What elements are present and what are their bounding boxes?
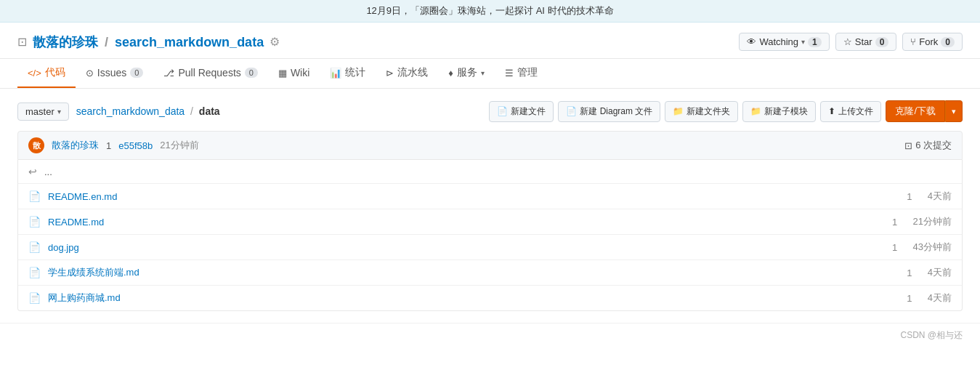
- tab-pulls[interactable]: ⎇ Pull Requests 0: [153, 60, 268, 87]
- new-file-icon: 📄: [497, 106, 508, 116]
- commit-count-label: 6 次提交: [915, 139, 952, 152]
- watching-count: 1: [808, 37, 822, 47]
- clone-dropdown-arrow: ▾: [952, 107, 956, 116]
- file-row: 📄 README.md 1 21分钟前: [18, 209, 962, 234]
- new-file-button[interactable]: 📄 新建文件: [489, 101, 554, 122]
- file-commit-4: 1: [899, 293, 920, 304]
- repo-header: ⊡ 散落的珍珠 / search_markdown_data ⚙ 👁 Watch…: [0, 23, 980, 59]
- commit-count-icon: ⊡: [904, 140, 912, 151]
- pulls-tab-icon: ⎇: [163, 68, 174, 79]
- star-button[interactable]: ☆ Star 0: [835, 33, 897, 51]
- services-arrow: ▾: [481, 69, 485, 77]
- watching-label: Watching: [759, 36, 798, 47]
- tab-services-label: 服务: [457, 66, 477, 79]
- file-row: 📄 dog.jpg 1 43分钟前: [18, 234, 962, 260]
- file-icon: 📄: [28, 241, 41, 253]
- tab-manage[interactable]: ☰ 管理: [495, 59, 548, 88]
- file-name-2[interactable]: dog.jpg: [48, 242, 877, 253]
- repo-settings-icon[interactable]: ⚙: [270, 35, 280, 49]
- new-file-label: 新建文件: [511, 105, 546, 118]
- manage-tab-icon: ☰: [505, 68, 514, 79]
- file-commit-3: 1: [899, 268, 920, 278]
- new-diagram-icon: 📄: [566, 106, 577, 116]
- commit-time: 21分钟前: [160, 139, 198, 152]
- file-row: 📄 网上购药商城.md 1 4天前: [18, 285, 962, 310]
- issues-tab-icon: ⊙: [86, 68, 94, 79]
- tab-issues[interactable]: ⊙ Issues 0: [76, 60, 154, 87]
- commit-count: ⊡ 6 次提交: [904, 139, 952, 152]
- file-row: 📄 学生成绩系统前端.md 1 4天前: [18, 260, 962, 285]
- file-commit-2: 1: [884, 242, 906, 253]
- watching-button[interactable]: 👁 Watching ▾ 1: [739, 33, 829, 51]
- commit-user[interactable]: 散落的珍珠: [52, 139, 99, 152]
- banner-text: 12月9日，「源圈会」珠海站，一起探讨 AI 时代的技术革命: [366, 5, 613, 16]
- file-icon: 📄: [28, 267, 41, 278]
- fork-label: Fork: [919, 36, 938, 47]
- watching-arrow: ▾: [801, 38, 805, 46]
- repo-owner-link[interactable]: 散落的珍珠: [33, 35, 98, 49]
- star-label: Star: [855, 36, 872, 47]
- new-folder-icon: 📁: [673, 106, 684, 116]
- file-row: 📄 README.en.md 1 4天前: [18, 183, 962, 209]
- star-icon: ☆: [843, 36, 852, 47]
- tabs-bar: </> 代码 ⊙ Issues 0 ⎇ Pull Requests 0 ▦ Wi…: [0, 59, 980, 89]
- branch-selector[interactable]: master ▾: [17, 102, 69, 121]
- file-time-4: 4天前: [928, 291, 952, 305]
- file-icon: 📄: [28, 216, 41, 228]
- issues-badge: 0: [130, 68, 143, 78]
- code-tab-icon: </>: [28, 68, 41, 79]
- tab-stats-label: 统计: [345, 66, 365, 79]
- commit-num: 1: [106, 140, 111, 151]
- repo-name-link[interactable]: search_markdown_data: [115, 35, 264, 49]
- file-name-0[interactable]: README.en.md: [48, 191, 891, 202]
- clone-dropdown-button[interactable]: ▾: [945, 100, 963, 122]
- tab-services[interactable]: ♦ 服务 ▾: [438, 59, 495, 88]
- new-submodule-button[interactable]: 📁 新建子模块: [742, 101, 816, 122]
- file-name-4[interactable]: 网上购药商城.md: [48, 291, 891, 305]
- fork-count: 0: [941, 37, 955, 47]
- file-commit-0: 1: [899, 191, 920, 202]
- clone-group: 克隆/下载 ▾: [886, 100, 963, 122]
- tab-wiki-label: Wiki: [291, 67, 309, 79]
- tab-pipeline[interactable]: ⊳ 流水线: [376, 59, 438, 88]
- file-icon: 📄: [28, 190, 41, 202]
- tab-manage-label: 管理: [517, 66, 538, 79]
- fork-icon: ⑂: [910, 36, 916, 47]
- file-time-1: 21分钟前: [913, 215, 952, 228]
- tab-stats[interactable]: 📊 统计: [320, 59, 376, 88]
- services-tab-icon: ♦: [448, 68, 453, 79]
- parent-dir-arrow: ↩: [28, 166, 37, 177]
- file-name-1[interactable]: README.md: [48, 217, 877, 228]
- branch-name: master: [25, 106, 54, 117]
- tab-code[interactable]: </> 代码: [17, 59, 76, 88]
- file-time-0: 4天前: [928, 190, 952, 203]
- new-submodule-icon: 📁: [750, 106, 761, 116]
- breadcrumb: search_markdown_data / data: [76, 105, 220, 117]
- file-actions: 📄 新建文件 📄 新建 Diagram 文件 📁 新建文件夹 📁 新建子模块 ⬆…: [489, 100, 963, 122]
- new-submodule-label: 新建子模块: [764, 105, 808, 118]
- repo-title-area: ⊡ 散落的珍珠 / search_markdown_data ⚙: [17, 33, 280, 51]
- parent-dir-name[interactable]: ...: [44, 166, 952, 177]
- repo-title: 散落的珍珠 / search_markdown_data: [33, 33, 264, 51]
- upload-icon: ⬆: [828, 106, 835, 116]
- file-name-3[interactable]: 学生成绩系统前端.md: [48, 266, 891, 279]
- new-diagram-button[interactable]: 📄 新建 Diagram 文件: [558, 101, 660, 122]
- commit-avatar: 散: [28, 137, 44, 153]
- tab-pulls-label: Pull Requests: [178, 67, 240, 79]
- footer: CSDN @相与还: [0, 323, 980, 347]
- new-folder-button[interactable]: 📁 新建文件夹: [665, 101, 738, 122]
- parent-dir-row[interactable]: ↩ ...: [18, 160, 962, 183]
- repo-actions: 👁 Watching ▾ 1 ☆ Star 0 ⑂ Fork 0: [739, 33, 963, 51]
- fork-button[interactable]: ⑂ Fork 0: [902, 33, 963, 51]
- upload-file-button[interactable]: ⬆ 上传文件: [820, 101, 881, 122]
- eye-icon: 👁: [747, 36, 756, 47]
- new-folder-label: 新建文件夹: [687, 105, 730, 118]
- tab-pipeline-label: 流水线: [397, 66, 428, 79]
- commit-hash[interactable]: e55f58b: [118, 140, 153, 151]
- breadcrumb-repo-link[interactable]: search_markdown_data: [76, 105, 185, 117]
- clone-button[interactable]: 克隆/下载: [886, 100, 945, 122]
- file-icon: 📄: [28, 292, 41, 304]
- file-time-2: 43分钟前: [913, 241, 952, 254]
- tab-wiki[interactable]: ▦ Wiki: [268, 60, 320, 87]
- branch-arrow: ▾: [57, 108, 61, 116]
